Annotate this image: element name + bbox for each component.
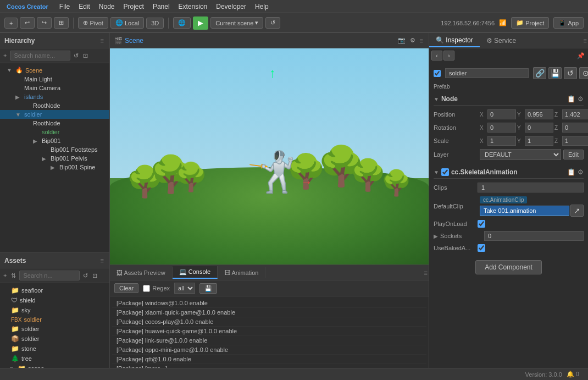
assets-item-shield[interactable]: 🛡 shield bbox=[0, 295, 109, 305]
menubar-edit[interactable]: Edit bbox=[74, 2, 95, 12]
hierarchy-search-input[interactable] bbox=[10, 51, 70, 60]
tab-assets-preview[interactable]: 🖼 Assets Preview bbox=[110, 267, 173, 278]
toolbar-redo[interactable]: ↪ bbox=[37, 17, 52, 29]
prefab-save-btn[interactable]: 💾 bbox=[548, 67, 562, 79]
assets-collapse-btn[interactable]: ⊡ bbox=[91, 271, 98, 280]
toolbar-play[interactable]: ▶ bbox=[193, 16, 208, 30]
tree-item-soldier-child[interactable]: soldier bbox=[0, 128, 109, 136]
menubar-panel[interactable]: Panel bbox=[148, 2, 174, 12]
usebakeda-checkbox[interactable] bbox=[478, 244, 485, 252]
menubar-project[interactable]: Project bbox=[119, 2, 148, 12]
position-x-input[interactable] bbox=[487, 109, 516, 119]
tree-item-bip001footsteps[interactable]: Bip001 Footsteps bbox=[0, 145, 109, 154]
tree-item-bip001[interactable]: ▶ Bip001 bbox=[0, 136, 109, 145]
hierarchy-collapse-btn[interactable]: ⊡ bbox=[82, 51, 89, 60]
menubar-node[interactable]: Node bbox=[95, 2, 119, 12]
tree-item-soldier[interactable]: ▼ soldier bbox=[0, 110, 109, 119]
sockets-input[interactable] bbox=[484, 231, 584, 241]
tab-console[interactable]: 💻 Console bbox=[173, 266, 218, 279]
component-settings-icon[interactable]: ⚙ bbox=[578, 168, 584, 176]
rotation-z-input[interactable] bbox=[562, 123, 588, 133]
assets-item-soldier2[interactable]: 📦 soldier bbox=[0, 334, 109, 344]
layer-select[interactable]: DEFAULT bbox=[480, 149, 561, 160]
assets-item-sky[interactable]: 📁 sky bbox=[0, 305, 109, 315]
component-copy-icon[interactable]: 📋 bbox=[567, 168, 575, 176]
tree-item-soldier-rootnode[interactable]: RootNode bbox=[0, 119, 109, 128]
filter-select[interactable]: all bbox=[174, 283, 195, 294]
prefab-locate-btn[interactable]: ⊙ bbox=[579, 67, 588, 79]
hierarchy-menu-btn[interactable]: ≡ bbox=[99, 36, 105, 45]
clip-locate-btn[interactable]: ↗ bbox=[570, 205, 584, 217]
hierarchy-refresh-btn[interactable]: ↺ bbox=[73, 51, 80, 60]
assets-add-btn[interactable]: + bbox=[2, 271, 8, 280]
toolbar-project[interactable]: 📁 Project bbox=[511, 17, 549, 29]
console-save-btn[interactable]: 💾 bbox=[199, 283, 217, 294]
menubar-file[interactable]: File bbox=[55, 2, 74, 12]
tree-item-bip001pelvis[interactable]: ▶ Bip001 Pelvis bbox=[0, 154, 109, 163]
tree-item-scene[interactable]: ▼ 🔥 Scene bbox=[0, 65, 109, 75]
prefab-refresh-btn[interactable]: ↺ bbox=[564, 67, 577, 79]
rotation-x-input[interactable] bbox=[487, 123, 516, 133]
toolbar-pivot[interactable]: ⊕ Pivot bbox=[78, 17, 108, 29]
toolbar-app[interactable]: 📱 App bbox=[553, 17, 584, 29]
playonload-checkbox[interactable] bbox=[478, 220, 485, 228]
assets-menu-btn[interactable]: ≡ bbox=[99, 256, 105, 265]
toolbar-undo[interactable]: ↩ bbox=[20, 17, 35, 29]
assets-refresh-btn[interactable]: ↺ bbox=[82, 271, 89, 280]
node-settings-icon[interactable]: ⚙ bbox=[578, 95, 584, 103]
scene-screenshot-btn[interactable]: 📷 bbox=[397, 36, 407, 45]
position-z-input[interactable] bbox=[562, 109, 588, 119]
toolbar-refresh[interactable]: ↺ bbox=[265, 17, 280, 29]
bottom-panel-menu[interactable]: ≡ bbox=[423, 268, 429, 277]
clear-btn[interactable]: Clear bbox=[114, 283, 138, 293]
assets-search-input[interactable] bbox=[19, 271, 80, 280]
scale-y-input[interactable] bbox=[525, 136, 553, 146]
tab-service[interactable]: ⚙ Service bbox=[480, 35, 523, 47]
add-component-btn[interactable]: Add Component bbox=[475, 260, 542, 274]
scene-settings-btn[interactable]: ⚙ bbox=[409, 36, 417, 45]
assets-item-soldier-fbx[interactable]: FBX soldier bbox=[0, 315, 109, 324]
inspector-menu-btn[interactable]: ≡ bbox=[583, 36, 588, 45]
toolbar-new[interactable]: + bbox=[4, 18, 18, 29]
hierarchy-add-btn[interactable]: + bbox=[2, 51, 8, 60]
scene-menu-btn[interactable]: ≡ bbox=[419, 36, 424, 45]
tab-inspector[interactable]: 🔍 Inspector bbox=[429, 34, 480, 47]
clip-input[interactable] bbox=[480, 206, 569, 216]
tree-item-mainlight[interactable]: Main Light bbox=[0, 75, 109, 84]
assets-item-scene[interactable]: ▼📁 scene bbox=[0, 364, 109, 368]
scale-z-input[interactable] bbox=[562, 136, 588, 146]
menubar-cocos[interactable]: Cocos Creator bbox=[2, 2, 53, 11]
tree-item-maincamera[interactable]: Main Camera bbox=[0, 84, 109, 92]
scale-x-input[interactable] bbox=[487, 136, 516, 146]
inspector-pin-btn[interactable]: 📌 bbox=[576, 51, 586, 60]
prefab-link-btn[interactable]: 🔗 bbox=[533, 67, 546, 79]
toolbar-local[interactable]: 🌐 Local bbox=[110, 17, 144, 29]
nav-forward[interactable]: › bbox=[443, 51, 454, 60]
tab-animation[interactable]: 🎞 Animation bbox=[218, 267, 265, 278]
node-enabled-checkbox[interactable] bbox=[434, 70, 441, 77]
layer-edit-btn[interactable]: Edit bbox=[563, 150, 584, 159]
regex-checkbox[interactable] bbox=[143, 285, 150, 292]
rotation-y-input[interactable] bbox=[525, 123, 553, 133]
toolbar-3d[interactable]: 3D bbox=[146, 18, 164, 29]
menubar-extension[interactable]: Extension bbox=[174, 2, 212, 12]
clips-input[interactable] bbox=[478, 183, 584, 192]
scene-tab[interactable]: 🎬 Scene bbox=[114, 37, 143, 45]
toolbar-globe[interactable]: 🌐 bbox=[173, 17, 191, 29]
tree-item-bip001spine[interactable]: ▶ Bip001 Spine bbox=[0, 163, 109, 172]
assets-item-soldier-folder[interactable]: 📁 soldier bbox=[0, 324, 109, 334]
assets-sort-btn[interactable]: ⇅ bbox=[10, 271, 17, 280]
scene-viewport[interactable]: 🌳 🌳 🌳 🌳 🌳 🌳 🌳 🤺 ↑ → bbox=[110, 48, 429, 265]
assets-item-seafloor[interactable]: 📁 seafloor bbox=[0, 285, 109, 295]
nav-back[interactable]: ‹ bbox=[431, 51, 442, 60]
toolbar-crop[interactable]: ⊞ bbox=[54, 17, 69, 29]
tree-item-islands-rootnode[interactable]: RootNode bbox=[0, 101, 109, 110]
node-name-field[interactable] bbox=[445, 68, 529, 78]
position-y-input[interactable] bbox=[525, 109, 553, 119]
assets-item-tree[interactable]: 🌲 tree bbox=[0, 354, 109, 364]
node-copy-icon[interactable]: 📋 bbox=[567, 95, 575, 103]
toolbar-scene[interactable]: Current scene ▾ bbox=[210, 17, 263, 29]
component-checkbox[interactable] bbox=[441, 168, 449, 176]
tree-item-islands[interactable]: ▶ islands bbox=[0, 92, 109, 101]
assets-item-stone[interactable]: 📁 stone bbox=[0, 344, 109, 354]
